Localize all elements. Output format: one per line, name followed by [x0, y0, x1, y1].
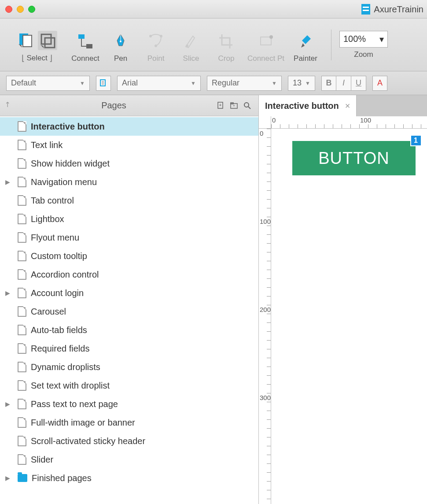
- font-size-dropdown[interactable]: 13 ▼: [288, 76, 315, 91]
- tool-slice-button[interactable]: Slice: [173, 25, 209, 65]
- page-tree-item[interactable]: ▶Pass text to next page: [0, 395, 258, 413]
- svg-text:+: +: [219, 103, 222, 107]
- page-tree-item[interactable]: ▶Account login: [0, 284, 258, 302]
- tool-connect-button[interactable]: Connect: [68, 25, 103, 65]
- search-pages-button[interactable]: [241, 101, 254, 110]
- page-icon: [18, 325, 26, 335]
- page-tree-item[interactable]: ▶Carousel: [0, 302, 258, 321]
- text-color-button[interactable]: A: [372, 76, 387, 91]
- ruler-tick: 100: [260, 218, 271, 225]
- document-tabstrip: Interactive button ×: [259, 95, 427, 116]
- zoom-window-button[interactable]: [28, 6, 35, 13]
- page-icon: [18, 399, 26, 409]
- font-weight-dropdown[interactable]: Regular ▼: [207, 76, 282, 91]
- ruler-tick: 300: [260, 394, 271, 401]
- svg-rect-3: [45, 38, 55, 48]
- canvas-area: Interactive button × 0100 0100200300 BUT…: [259, 95, 427, 504]
- page-tree-item[interactable]: ▶Full-width image or banner: [0, 413, 258, 432]
- page-icon: [18, 214, 26, 224]
- page-tree-item[interactable]: ▶Slider: [0, 450, 258, 469]
- close-window-button[interactable]: [5, 6, 12, 13]
- tool-crop-button[interactable]: Crop: [209, 25, 244, 65]
- page-tree-item[interactable]: ▶Navigation menu: [0, 173, 258, 191]
- page-tree-item[interactable]: ▶Lightbox: [0, 210, 258, 228]
- bold-button[interactable]: B: [321, 76, 336, 91]
- chevron-down-icon: ▾: [379, 34, 384, 44]
- tool-pen-button[interactable]: Pen: [103, 25, 138, 65]
- widget-style-dropdown[interactable]: Default ▼: [6, 76, 90, 91]
- expand-arrow-icon[interactable]: ▶: [5, 474, 13, 482]
- connect-icon: [76, 32, 95, 51]
- page-icon: [18, 436, 26, 446]
- font-size-value: 13: [293, 78, 302, 88]
- tool-label: Painter: [294, 54, 317, 63]
- ruler-corner: [259, 116, 271, 129]
- select-intersected-icon[interactable]: [38, 31, 57, 50]
- interaction-badge[interactable]: 1: [410, 135, 422, 146]
- page-tree-item[interactable]: ▶Accordion control: [0, 265, 258, 284]
- chevron-down-icon: ▼: [80, 80, 85, 86]
- svg-line-24: [248, 107, 250, 109]
- page-tree-label: Full-width image or banner: [31, 418, 135, 428]
- page-tree-label: Flyout menu: [31, 233, 79, 243]
- page-tree-label: Lightbox: [31, 214, 64, 224]
- page-tree-label: Finished pages: [32, 473, 92, 483]
- page-tree-item[interactable]: ▶Auto-tab fields: [0, 321, 258, 339]
- svg-rect-2: [41, 34, 51, 44]
- canvas[interactable]: BUTTON 1: [271, 129, 427, 504]
- window-title: AxureTrainin: [361, 0, 423, 19]
- select-contained-icon[interactable]: [17, 31, 34, 50]
- add-page-button[interactable]: +: [214, 101, 228, 110]
- minimize-window-button[interactable]: [17, 6, 24, 13]
- svg-rect-12: [261, 37, 271, 45]
- page-tree-item[interactable]: ▶Dynamic droplists: [0, 358, 258, 376]
- document-tab[interactable]: Interactive button ×: [259, 95, 357, 116]
- style-manager-button[interactable]: [96, 76, 111, 91]
- page-icon: [18, 362, 26, 372]
- add-folder-button[interactable]: +: [228, 101, 241, 110]
- ruler-tick: 0: [260, 130, 263, 137]
- page-tree-item[interactable]: ▶Required fields: [0, 339, 258, 358]
- ruler-tick: 100: [360, 116, 371, 124]
- text-style-group: B I U: [321, 76, 366, 91]
- expand-arrow-icon[interactable]: ▶: [5, 400, 13, 408]
- italic-button[interactable]: I: [336, 76, 351, 91]
- tool-connectpt-button[interactable]: Connect Pt: [244, 25, 288, 65]
- page-tree-item[interactable]: ▶Tab control: [0, 191, 258, 210]
- page-icon: [18, 195, 26, 206]
- page-icon: [18, 417, 26, 428]
- ruler-tick: 200: [260, 306, 271, 313]
- page-tree-item[interactable]: ▶Flyout menu: [0, 228, 258, 247]
- underline-button[interactable]: U: [351, 76, 366, 91]
- close-tab-icon[interactable]: ×: [345, 101, 350, 111]
- tool-select-button[interactable]: ⌊Select⌋: [6, 25, 68, 65]
- page-tree-item[interactable]: ▶Custom tooltip: [0, 247, 258, 265]
- interaction-badge-count: 1: [414, 137, 418, 145]
- button-widget[interactable]: BUTTON 1: [292, 141, 416, 175]
- page-tree-item[interactable]: ▶Interactive button: [0, 117, 258, 136]
- page-tree-item[interactable]: ▶Show hidden widget: [0, 154, 258, 173]
- painter-icon: [296, 32, 315, 51]
- page-tree-label: Slider: [31, 455, 53, 465]
- page-icon: [18, 140, 26, 150]
- tool-label: Connect: [71, 54, 99, 63]
- page-tree-item[interactable]: ▶Set text with droplist: [0, 376, 258, 395]
- page-tree-label: Text link: [31, 140, 63, 150]
- expand-arrow-icon[interactable]: ▶: [5, 178, 13, 185]
- page-tree-item[interactable]: ▶Text link: [0, 136, 258, 154]
- expand-arrow-icon[interactable]: ▶: [5, 289, 13, 296]
- font-family-dropdown[interactable]: Arial ▼: [117, 76, 201, 91]
- slice-icon: [182, 32, 200, 51]
- zoom-dropdown[interactable]: 100% ▾: [339, 31, 388, 48]
- horizontal-ruler: 0100: [271, 116, 427, 129]
- svg-text:+: +: [233, 104, 235, 108]
- pages-tree: ▶Interactive button▶Text link▶Show hidde…: [0, 116, 258, 504]
- page-tree-item[interactable]: ▶Scroll-activated sticky header: [0, 432, 258, 450]
- page-tree-item[interactable]: ▶Finished pages: [0, 469, 258, 487]
- tool-point-button[interactable]: Point: [138, 25, 173, 65]
- pages-panel-title: Pages: [13, 100, 214, 111]
- chevron-down-icon: ▼: [191, 80, 196, 86]
- window-titlebar: AxureTrainin: [0, 0, 427, 19]
- tool-painter-button[interactable]: Painter: [288, 25, 323, 65]
- crop-icon: [217, 32, 236, 51]
